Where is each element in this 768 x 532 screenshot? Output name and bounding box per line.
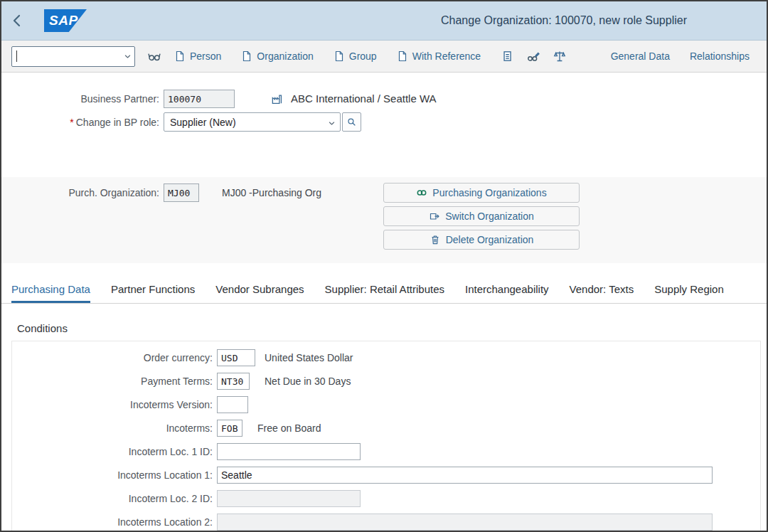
relationships-button[interactable]: Relationships (688, 48, 751, 65)
tab-vendor-texts[interactable]: Vendor: Texts (570, 276, 634, 303)
incoterms-location1-label: Incoterms Location 1: (1, 467, 213, 484)
field-row-incoterms: Incoterms: Free on Board (1, 420, 767, 437)
create-with-reference-label: With Reference (412, 50, 481, 62)
purch-org-label: Purch. Organization: (1, 183, 159, 202)
tab-partner-functions[interactable]: Partner Functions (111, 276, 195, 303)
payment-terms-description: Net Due in 30 Days (265, 373, 351, 390)
field-row-incoterms-location2: Incoterms Location 2: (1, 514, 767, 531)
search-icon (347, 117, 356, 127)
field-row-order-currency: Order currency: United States Dollar (1, 349, 767, 366)
create-organization-label: Organization (257, 50, 313, 62)
incoterms-description: Free on Board (257, 420, 321, 437)
bp-role-label: *Change in BP role: (1, 113, 159, 132)
delete-icon (430, 234, 441, 245)
bp-role-select[interactable]: Supplier (New) (164, 112, 341, 132)
new-person-icon (174, 50, 186, 62)
incoterms-version-label: Incoterms Version: (1, 396, 213, 413)
field-row-incoterm-loc1-id: Incoterm Loc. 1 ID: (1, 443, 767, 460)
tab-supplier-retail-attributes[interactable]: Supplier: Retail Attributes (325, 276, 444, 303)
incoterms-version-input[interactable] (217, 396, 248, 413)
new-organization-icon (241, 50, 252, 62)
business-partner-label: Business Partner: (1, 90, 159, 108)
switch-organization-icon (429, 211, 440, 222)
incoterms-location2-input (217, 514, 713, 531)
order-currency-input[interactable] (217, 349, 255, 366)
incoterms-location1-input[interactable] (217, 467, 713, 484)
sap-logo: SAP (44, 9, 87, 32)
purchasing-organizations-button[interactable]: Purchasing Organizations (383, 183, 580, 203)
general-data-button[interactable]: General Data (609, 48, 671, 65)
command-field[interactable] (11, 46, 135, 67)
create-person-button[interactable]: Person (173, 48, 223, 65)
sap-window: SAP Change Organization: 100070, new rol… (0, 0, 768, 532)
bp-role-value: Supplier (New) (170, 117, 236, 128)
with-reference-icon (397, 50, 408, 62)
delete-organization-button[interactable]: Delete Organization (383, 230, 580, 250)
bp-role-search-button[interactable] (342, 112, 361, 132)
field-row-incoterms-location1: Incoterms Location 1: (1, 467, 767, 484)
glasses-icon (148, 50, 161, 63)
payment-terms-label: Payment Terms: (1, 373, 213, 390)
purchasing-organizations-label: Purchasing Organizations (432, 187, 546, 198)
create-person-label: Person (190, 50, 221, 62)
new-group-icon (334, 50, 345, 62)
application-toolbar: Person Organization Group With Reference… (1, 41, 767, 73)
purchasing-organizations-icon (416, 187, 427, 198)
display-change-button[interactable] (526, 48, 541, 64)
incoterms-input[interactable] (217, 420, 242, 437)
chevron-down-icon (327, 119, 336, 128)
order-currency-description: United States Dollar (265, 349, 353, 366)
create-organization-button[interactable]: Organization (240, 48, 314, 65)
incoterm-loc1-id-label: Incoterm Loc. 1 ID: (1, 443, 213, 460)
back-button[interactable] (1, 1, 34, 40)
required-indicator: * (70, 117, 73, 128)
field-row-payment-terms: Payment Terms: Net Due in 30 Days (1, 373, 767, 390)
command-input[interactable] (13, 48, 122, 65)
field-row-incoterm-loc2-id: Incoterm Loc. 2 ID: (1, 490, 767, 507)
company-icon (271, 93, 283, 105)
incoterm-loc2-id-label: Incoterm Loc. 2 ID: (1, 490, 213, 507)
incoterms-location2-label: Incoterms Location 2: (1, 514, 213, 531)
purch-org-input (164, 183, 199, 202)
create-group-button[interactable]: Group (332, 48, 378, 65)
copy-button[interactable] (499, 48, 515, 64)
back-chevron-icon (11, 14, 25, 28)
scales-icon (553, 50, 566, 63)
validity-button[interactable] (552, 48, 567, 64)
locator-button[interactable] (146, 48, 162, 64)
tab-vendor-subranges[interactable]: Vendor Subranges (215, 276, 304, 303)
business-partner-description: ABC International / Seattle WA (291, 90, 437, 108)
incoterms-label: Incoterms: (1, 420, 213, 437)
conditions-group-title: Conditions (17, 322, 68, 334)
tab-strip: Purchasing Data Partner Functions Vendor… (1, 276, 767, 304)
incoterm-loc1-id-input[interactable] (217, 443, 361, 460)
page-title: Change Organization: 100070, new role Su… (441, 1, 687, 40)
clipboard-icon (501, 50, 513, 63)
delete-organization-label: Delete Organization (446, 234, 534, 245)
switch-organization-label: Switch Organization (445, 211, 534, 222)
order-currency-label: Order currency: (1, 349, 213, 366)
titlebar: SAP Change Organization: 100070, new rol… (1, 1, 767, 41)
switch-organization-button[interactable]: Switch Organization (383, 206, 580, 226)
payment-terms-input[interactable] (217, 373, 250, 390)
create-group-label: Group (349, 50, 377, 62)
sap-logo-text: SAP (49, 13, 78, 28)
tab-supply-region[interactable]: Supply Region (654, 276, 724, 303)
tab-purchasing-data[interactable]: Purchasing Data (11, 276, 90, 303)
chevron-down-icon[interactable] (123, 52, 132, 61)
tab-interchangeability[interactable]: Interchangeability (465, 276, 549, 303)
create-with-reference-button[interactable]: With Reference (395, 48, 482, 65)
purch-org-description: MJ00 -Purchasing Org (222, 183, 321, 202)
display-change-icon (527, 50, 540, 63)
field-row-incoterms-version: Incoterms Version: (1, 396, 767, 413)
incoterm-loc2-id-input (217, 490, 361, 507)
bp-role-label-text: Change in BP role: (76, 117, 159, 128)
business-partner-input (164, 90, 235, 108)
